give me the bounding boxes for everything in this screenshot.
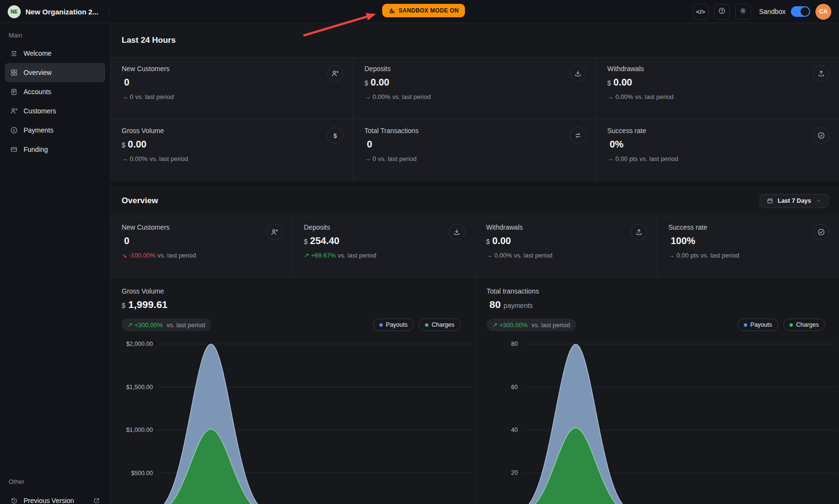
sidebar-item-label: Overview [24,69,51,76]
stat-value: $0.00 [607,77,828,88]
stat-card-new-customers: New Customers 0 →0vs. last period [111,58,353,120]
download-icon [449,224,465,240]
developers-button[interactable]: </> [693,4,709,20]
stat-card-withdrawals: Withdrawals $0.00 →0.00%vs. last period [596,58,839,120]
sidebar-item-welcome[interactable]: Welcome [5,44,105,63]
calendar-icon [766,197,774,204]
chevron-down-icon [815,197,822,204]
sidebar: Main Welcome Overview Accounts Customers… [0,23,111,504]
stat-value: 0 [122,77,342,88]
check-circle-icon [813,127,829,144]
section-gap [111,182,839,185]
stat-value: $0.00 [486,235,646,246]
svg-text:80: 80 [511,341,518,347]
legend-payouts[interactable]: Payouts [738,319,778,331]
stat-card-total-transactions: Total Transactions 0 →0vs. last period [353,120,596,182]
payouts-dot-icon [744,323,747,327]
charts-row: Gross Volume $1,999.61 ↗ +300.00% vs. la… [111,278,839,504]
chart-legend: Payouts Charges [373,319,461,331]
sidebar-item-label: Welcome [24,49,51,57]
sidebar-section-other: Other [9,478,110,485]
svg-text:20: 20 [511,469,518,476]
chart-title: Total transactions [487,287,839,295]
transfer-icon [570,127,586,144]
help-button[interactable] [714,4,730,20]
section-title-last-24-hours: Last 24 Hours [122,36,175,45]
sidebar-item-accounts[interactable]: Accounts [5,82,105,101]
stat-title: New Customers [122,223,282,231]
check-circle-icon [813,224,829,240]
person-plus-icon [10,107,18,115]
stat-trend: ↗+69.67%vs. last period [304,252,464,259]
sidebar-item-label: Accounts [24,88,51,96]
stat-card-deposits: Deposits $0.00 →0.00%vs. last period [353,58,596,120]
legend-payouts[interactable]: Payouts [373,319,414,331]
chart-legend: Payouts Charges [738,319,825,331]
stat-card-deposits: Deposits $254.40 ↗+69.67%vs. last period [293,216,475,278]
sidebar-item-customers[interactable]: Customers [5,101,105,121]
charges-dot-icon [425,323,428,327]
sidebar-item-funding[interactable]: Funding [5,140,105,159]
stat-trend: ↘-100.00%vs. last period [122,252,282,259]
legend-charges[interactable]: Charges [783,319,825,331]
trend-badge-value: ↗ +300.00% [492,321,527,329]
sidebar-item-payments[interactable]: $ Payments [5,121,105,140]
sidebar-item-label: Previous Version [24,497,74,504]
upload-icon [631,224,647,240]
sandbox-toggle[interactable] [791,6,810,17]
stat-value: 0 [122,235,282,246]
stat-trend: →0.00%vs. last period [607,93,828,100]
stat-title: Deposits [364,65,585,73]
stat-value: $0.00 [122,139,342,150]
chart-value: 80payments [487,299,839,310]
legend-charges[interactable]: Charges [419,319,461,331]
date-range-label: Last 7 Days [778,197,811,204]
payouts-dot-icon [379,323,383,327]
stat-value: $254.40 [304,235,464,246]
stat-value: 0 [364,139,585,150]
trend-badge: ↗ +300.00% vs. last period [487,319,576,331]
main-content: Last 24 Hours New Customers 0 →0vs. last… [111,23,839,504]
last-24-hours-header: Last 24 Hours [111,23,839,58]
stat-title: Withdrawals [607,65,828,73]
settings-button[interactable] [735,4,751,20]
svg-text:60: 60 [511,384,518,391]
code-icon: </> [696,8,705,15]
sidebar-item-label: Payments [24,126,53,134]
trend-badge-rest: vs. last period [166,321,205,329]
stat-title: Total Transactions [364,127,585,135]
stat-trend: →0.00%vs. last period [122,155,342,162]
grid-icon [10,68,18,77]
sidebar-item-previous-version[interactable]: Previous Version [5,491,105,504]
sidebar-item-overview[interactable]: Overview [5,63,105,82]
dashboard-app: NE New Organization 2... SANDBOX MODE ON… [0,0,839,504]
stat-value: 100% [668,235,828,246]
charges-dot-icon [789,323,793,327]
stat-trend: →0.00%vs. last period [364,93,585,100]
svg-text:$1,000.00: $1,000.00 [126,427,153,433]
gear-icon [739,7,747,16]
external-link-icon [93,497,100,504]
org-switcher[interactable]: NE New Organization 2... [8,0,99,23]
svg-text:$2,000.00: $2,000.00 [126,341,153,347]
stat-card-new-customers: New Customers 0 ↘-100.00%vs. last period [111,216,293,278]
svg-text:$: $ [13,128,15,133]
org-name: New Organization 2... [25,8,99,16]
download-icon [570,65,586,82]
org-logo: NE [8,5,21,18]
chart-title: Gross Volume [122,287,475,295]
top-bar: NE New Organization 2... SANDBOX MODE ON… [0,0,839,23]
trend-badge: ↗ +300.00% vs. last period [122,319,211,331]
date-range-dropdown[interactable]: Last 7 Days [760,194,828,208]
help-icon [718,7,726,16]
dollar-icon: $ [327,127,343,144]
person-plus-icon [327,65,343,82]
svg-text:$500.00: $500.00 [131,470,153,477]
stat-card-gross-volume: Gross Volume $ $0.00 →0.00%vs. last peri… [111,120,353,182]
stat-trend: →0.00%vs. last period [486,252,646,259]
trend-badge-value: ↗ +300.00% [127,321,163,329]
stat-trend: →0.00 ptsvs. last period [607,155,828,162]
person-plus-icon [266,224,283,240]
user-avatar[interactable]: CA [815,4,831,20]
toggle-knob [801,7,809,16]
